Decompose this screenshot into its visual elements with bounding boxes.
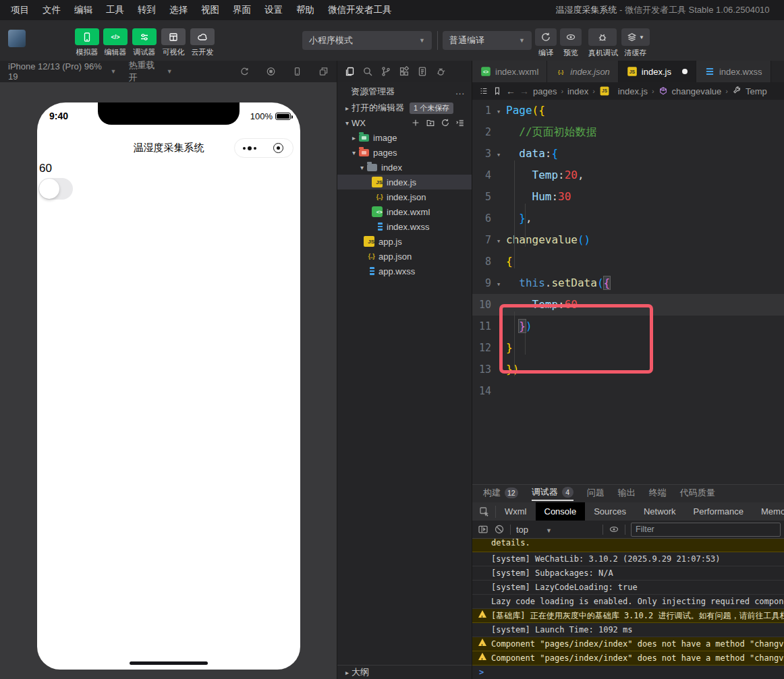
code-line[interactable]: 3▾ data:{	[472, 143, 784, 165]
compile-mode-select[interactable]: 普通编译 ▼	[443, 31, 532, 50]
panel-tab[interactable]: 终端	[649, 485, 667, 501]
code-line[interactable]: 1▾Page({	[472, 100, 784, 121]
compile-button[interactable]: 编译	[535, 28, 557, 58]
menu-item[interactable]: 选择	[163, 0, 194, 20]
console-output[interactable]: details. [system] WeChatLib: 3.10.2 (202…	[472, 539, 784, 679]
context-select[interactable]: top▼	[516, 525, 597, 535]
device-frame-icon[interactable]	[292, 66, 302, 77]
console-row[interactable]: [system] Subpackages: N/A	[472, 566, 784, 581]
capsule-menu[interactable]	[234, 138, 293, 158]
tab-index-json[interactable]: index.json	[547, 61, 619, 82]
cloud-dev-button[interactable]: 云开发	[190, 28, 215, 57]
devtools-tab[interactable]: Wxml	[496, 502, 536, 521]
code-line[interactable]: 7▾changevalue()	[472, 229, 784, 251]
remote-debug-button[interactable]: 真机调试	[588, 28, 618, 58]
tree-item[interactable]: image	[337, 130, 472, 145]
tree-item[interactable]: app.json	[337, 249, 472, 264]
breadcrumb-file[interactable]: index.js	[618, 86, 648, 96]
console-filter-input[interactable]	[631, 523, 781, 537]
menu-item[interactable]: 界面	[226, 0, 258, 20]
menu-item[interactable]: 文件	[36, 0, 67, 20]
tab-index-js[interactable]: index.js	[619, 61, 696, 82]
code-line[interactable]: 14	[472, 380, 784, 402]
debugger-toggle-button[interactable]: 调试器	[132, 28, 157, 57]
tree-item[interactable]: index.json	[337, 189, 472, 204]
devtools-tab[interactable]: Console	[536, 502, 586, 521]
console-row[interactable]: Component "pages/index/index" does not h…	[472, 637, 784, 651]
console-prompt[interactable]: >	[472, 666, 784, 679]
code-line[interactable]: 4 Temp:20,	[472, 165, 784, 186]
console-row[interactable]: [system] Launch Time: 1092 ms	[472, 623, 784, 637]
menu-item[interactable]: 项目	[4, 0, 36, 20]
menu-item[interactable]: 工具	[99, 0, 131, 20]
breadcrumb-symbol[interactable]: Temp	[746, 86, 767, 96]
devtools-tab[interactable]: Performance	[685, 502, 752, 521]
panel-tab[interactable]: 构建 12	[483, 485, 518, 501]
devtools-tab[interactable]: Memory	[752, 502, 784, 521]
devtools-tab[interactable]: Network	[635, 502, 685, 521]
more-menu-icon[interactable]	[235, 146, 264, 150]
code-line[interactable]: 6 },	[472, 208, 784, 229]
search-icon[interactable]	[362, 66, 373, 77]
console-row[interactable]: details.	[472, 539, 784, 552]
nav-back-icon[interactable]: ←	[506, 86, 515, 96]
device-select[interactable]: iPhone 12/13 (Pro) 96% 19	[8, 61, 108, 82]
collapse-all-icon[interactable]	[455, 118, 465, 127]
visualization-toggle-button[interactable]: 可视化	[161, 28, 186, 57]
tree-item[interactable]: index.js	[337, 175, 472, 189]
tab-index-wxml[interactable]: index.wxml	[472, 61, 547, 82]
sidebar-toggle-icon[interactable]	[478, 524, 488, 535]
console-row[interactable]: [基础库] 正在使用灰度中的基础库 3.10.2 进行调试。如有问题，请前往工具…	[472, 609, 784, 623]
menu-item[interactable]: 微信开发者工具	[321, 0, 399, 20]
devtools-tab[interactable]: Sources	[585, 502, 635, 521]
new-file-icon[interactable]	[411, 118, 420, 127]
clear-cache-button[interactable]: ▼ 清缓存	[621, 28, 650, 58]
simulator-toggle-button[interactable]: 模拟器	[74, 28, 100, 57]
menu-item[interactable]: 编辑	[67, 0, 99, 20]
tree-item[interactable]: index	[337, 160, 472, 175]
breadcrumb-function[interactable]: changevalue	[672, 86, 722, 96]
console-row[interactable]: Lazy code loading is enabled. Only injec…	[472, 595, 784, 609]
widgets-icon[interactable]	[399, 66, 410, 77]
console-row[interactable]: [system] LazyCodeLoading: true	[472, 581, 784, 595]
panel-tab[interactable]: 问题	[587, 485, 605, 501]
details-file-icon[interactable]	[417, 66, 428, 77]
refresh-icon[interactable]	[441, 118, 450, 127]
code-line[interactable]: 2 //页面初始数据	[472, 121, 784, 143]
outline-section[interactable]: 大纲	[337, 665, 472, 679]
record-icon[interactable]	[266, 66, 276, 77]
user-avatar[interactable]	[8, 30, 26, 47]
new-folder-icon[interactable]	[426, 118, 435, 127]
rotate-icon[interactable]	[240, 66, 250, 77]
git-branch-icon[interactable]	[381, 66, 391, 77]
open-editors-section[interactable]: 打开的编辑器 1 个未保存	[337, 100, 472, 115]
panel-tab[interactable]: 调试器 4	[532, 485, 573, 501]
fold-chevron-icon[interactable]: ▾	[491, 144, 506, 166]
preview-button[interactable]: 预览	[560, 28, 582, 58]
tree-item[interactable]: index.wxss	[337, 219, 472, 234]
editor-toggle-button[interactable]: </> 编辑器	[103, 28, 128, 57]
code-area[interactable]: 1▾Page({2 //页面初始数据3▾ data:{4 Temp:20,5 H…	[472, 100, 784, 484]
mode-select[interactable]: 小程序模式 ▼	[302, 31, 432, 50]
close-target-icon[interactable]	[264, 143, 293, 153]
breadcrumb-index[interactable]: index	[567, 86, 588, 96]
tree-item[interactable]: app.js	[337, 234, 472, 249]
outline-list-icon[interactable]	[479, 86, 488, 96]
tree-item[interactable]: pages	[337, 145, 472, 160]
menu-item[interactable]: 视图	[194, 0, 226, 20]
nav-forward-icon[interactable]: →	[520, 86, 529, 96]
menu-item[interactable]: 设置	[258, 0, 289, 20]
inspect-element-icon[interactable]	[472, 506, 496, 518]
hot-reload-toggle[interactable]: 热重载 开	[129, 59, 164, 84]
breadcrumb-pages[interactable]: pages	[533, 86, 557, 96]
teapot-icon[interactable]	[435, 66, 446, 77]
toggle-switch[interactable]	[38, 178, 73, 200]
tab-index-wxss[interactable]: index.wxss	[696, 61, 771, 82]
unsaved-dot-icon[interactable]	[682, 69, 688, 74]
more-actions-icon[interactable]: ...	[455, 86, 465, 96]
console-row[interactable]: Component "pages/index/index" does not h…	[472, 651, 784, 666]
tree-item[interactable]: app.wxss	[337, 264, 472, 278]
panel-tab[interactable]: 代码质量	[680, 485, 715, 501]
files-icon[interactable]	[344, 66, 355, 77]
menu-item[interactable]: 帮助	[289, 0, 321, 20]
